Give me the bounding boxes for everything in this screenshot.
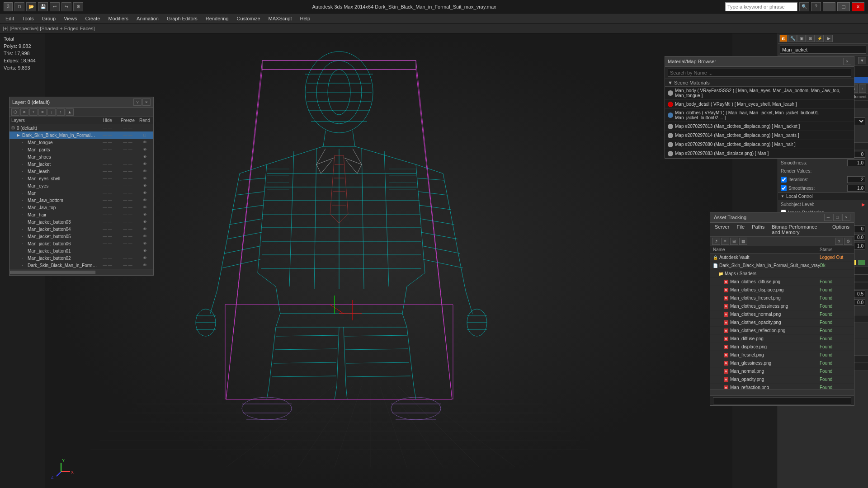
asset-scrollbar-x[interactable] — [710, 389, 854, 395]
layer-item[interactable]: ·Man_jacket— —— —👁 — [9, 160, 153, 168]
material-row[interactable]: Man_body_detail ( VRayMtl ) [ Man_eyes_s… — [665, 100, 854, 109]
layer-item[interactable]: ·Man_jacket_button02— —— —👁 — [9, 254, 153, 262]
menu-item-group[interactable]: Group — [38, 15, 60, 22]
asset-row[interactable]: MMan_normal.pngFound — [710, 367, 854, 375]
material-row[interactable]: Map #2070297883 (Man_displace.png) [ Man… — [665, 149, 854, 158]
asset-maximize-button[interactable]: □ — [833, 214, 841, 221]
asset-minimize-button[interactable]: ─ — [824, 214, 832, 221]
layer-scrollbar-x[interactable] — [9, 269, 153, 275]
rp-icon-5[interactable]: ⚡ — [816, 35, 824, 42]
layer-tool-7[interactable]: ▲ — [66, 108, 74, 116]
minimize-button[interactable]: ─ — [823, 2, 835, 11]
menu-item-graph-editors[interactable]: Graph Editors — [163, 15, 201, 22]
new-button[interactable]: 🗋 — [14, 2, 24, 11]
asset-row[interactable]: 🔒Autodesk VaultLogged Out — [710, 253, 854, 262]
asset-row[interactable]: MMan_clothes_fresnel.pngFound — [710, 294, 854, 302]
search-input[interactable] — [725, 2, 797, 11]
asset-tool-grid[interactable]: ⊞ — [730, 238, 738, 245]
render-smoothness-checkbox[interactable] — [781, 185, 787, 191]
asset-close-button[interactable]: × — [842, 214, 850, 221]
layer-item[interactable]: ·Man_pants— —— —👁 — [9, 146, 153, 153]
menu-item-animation[interactable]: Animation — [133, 15, 162, 22]
asset-menu-item-options[interactable]: Options — [830, 224, 852, 235]
layer-item[interactable]: ·Man_eyes_shell— —— —👁 — [9, 175, 153, 182]
asset-status-input[interactable] — [713, 397, 851, 404]
menu-item-edit[interactable]: Edit — [2, 15, 18, 22]
asset-row[interactable]: 📁Maps / Shaders — [710, 270, 854, 278]
layer-close-button[interactable]: × — [142, 99, 151, 106]
layer-item[interactable]: ·Man_jacket_button06— —— —👁 — [9, 240, 153, 247]
rp-icon-2[interactable]: 🔧 — [788, 35, 797, 42]
maximize-button[interactable]: □ — [837, 2, 850, 11]
asset-row[interactable]: MMan_refraction.pngFound — [710, 384, 854, 389]
layer-tool-6[interactable]: ↑ — [57, 108, 65, 116]
help-icon[interactable]: ? — [811, 2, 821, 11]
layer-item[interactable]: ·Man_hair— —— —👁 — [9, 211, 153, 218]
cage-color-swatch-2[interactable] — [858, 260, 865, 265]
layer-item[interactable]: ·Man_jacket_button01— —— —👁 — [9, 247, 153, 254]
layer-help-button[interactable]: ? — [133, 99, 142, 106]
material-row[interactable]: Map #2070297814 (Man_clothes_displace.pn… — [665, 131, 854, 140]
asset-row[interactable]: MMan_clothes_normal.pngFound — [710, 310, 854, 319]
layer-tool-4[interactable]: ≡ — [38, 108, 47, 116]
material-search-input[interactable] — [668, 69, 851, 77]
asset-row[interactable]: MMan_clothes_glossiness.pngFound — [710, 302, 854, 310]
material-row[interactable]: Map #2070297880 (Man_clothes_displace.pn… — [665, 140, 854, 149]
menu-item-views[interactable]: Views — [60, 15, 80, 22]
render-smoothness-input[interactable] — [847, 185, 865, 192]
layer-tool-5[interactable]: ↓ — [47, 108, 56, 116]
close-button[interactable]: × — [852, 2, 864, 11]
menu-item-modifiers[interactable]: Modifiers — [104, 15, 132, 22]
asset-tool-help[interactable]: ? — [835, 238, 843, 245]
menu-item-rendering[interactable]: Rendering — [202, 15, 232, 22]
save-button[interactable]: 💾 — [38, 2, 48, 11]
material-close-button[interactable]: × — [843, 58, 851, 65]
layer-item[interactable]: ·Dark_Skin_Black_Man_in_Formal_Suit— —— … — [9, 262, 153, 269]
asset-row[interactable]: MMan_clothes_opacity.pngFound — [710, 319, 854, 327]
object-name-input[interactable] — [780, 46, 866, 54]
asset-row[interactable]: MMan_glossiness.pngFound — [710, 359, 854, 367]
redo-button[interactable]: ↪ — [61, 2, 71, 11]
asset-tool-list[interactable]: ≡ — [721, 238, 729, 245]
layer-item[interactable]: ·Man_Jaw_top— —— —👁 — [9, 204, 153, 211]
material-row[interactable]: Man_clothes ( VRayMtl ) [ Man_hair, Man_… — [665, 109, 854, 122]
render-iterations-checkbox[interactable] — [781, 177, 787, 183]
layer-item[interactable]: ·Man_eyes— —— —👁 — [9, 182, 153, 189]
asset-row[interactable]: MMan_diffuse.pngFound — [710, 335, 854, 343]
subobj-tool-3[interactable]: ↑ — [859, 84, 866, 93]
asset-menu-item-bitmap-performance-and-memory[interactable]: Bitmap Performance and Memory — [769, 224, 828, 235]
render-iterations-input[interactable] — [847, 176, 865, 183]
asset-row[interactable]: MMan_clothes_diffuse.pngFound — [710, 278, 854, 286]
open-button[interactable]: 📂 — [26, 2, 36, 11]
layer-tool-1[interactable]: ⬡ — [11, 108, 19, 116]
asset-tool-info[interactable]: ▦ — [739, 238, 747, 245]
menu-item-tools[interactable]: Tools — [19, 15, 38, 22]
smoothness-input[interactable] — [847, 160, 865, 166]
section-local-control[interactable]: ▼ Local Control — [778, 192, 868, 200]
asset-row[interactable]: MMan_clothes_displace.pngFound — [710, 286, 854, 294]
material-row[interactable]: Map #2070297813 (Man_clothes_displace.pn… — [665, 122, 854, 131]
undo-button[interactable]: ↩ — [50, 2, 60, 11]
layer-tool-2[interactable]: ✕ — [20, 108, 28, 116]
layer-tool-3[interactable]: + — [29, 108, 38, 116]
material-row[interactable]: Man_body ( VRayFastSSS2 ) [ Man, Man_eye… — [665, 87, 854, 100]
asset-row[interactable]: MMan_opacity.pngFound — [710, 375, 854, 384]
layer-item[interactable]: ▶Dark_Skin_Black_Man_in_Formal_Suit— —— … — [9, 131, 153, 139]
layer-item[interactable]: ·Man_jacket_button03— —— —👁 — [9, 218, 153, 225]
asset-tool-refresh[interactable]: ↺ — [712, 238, 720, 245]
asset-menu-item-server[interactable]: Server — [712, 224, 732, 235]
asset-row[interactable]: 📄Dark_Skin_Black_Man_in_Formal_Suit_max_… — [710, 262, 854, 270]
asset-row[interactable]: MMan_fresnel.pngFound — [710, 351, 854, 359]
layer-item[interactable]: ·Man_leash— —— —👁 — [9, 168, 153, 175]
layer-item[interactable]: ·Man_jacket_button05— —— —👁 — [9, 233, 153, 240]
layer-item[interactable]: ·Man_tongue— —— —👁 — [9, 139, 153, 146]
menu-item-create[interactable]: Create — [81, 15, 104, 22]
rp-icon-1[interactable]: ◐ — [779, 35, 788, 42]
search-icon[interactable]: 🔍 — [799, 2, 809, 11]
rp-icon-6[interactable]: ▶ — [825, 35, 833, 42]
layer-item[interactable]: ·Man_jacket_button04— —— —👁 — [9, 225, 153, 233]
layer-item[interactable]: ·Man_shoes— —— —👁 — [9, 153, 153, 160]
rp-icon-3[interactable]: ▣ — [797, 35, 806, 42]
layer-item[interactable]: ·Man— —— —👁 — [9, 189, 153, 197]
settings-button[interactable]: ⚙ — [73, 2, 83, 11]
